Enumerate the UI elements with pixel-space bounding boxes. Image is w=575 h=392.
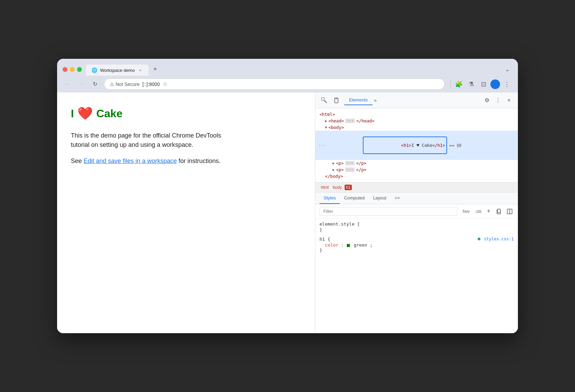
minimize-traffic-light[interactable] — [70, 67, 75, 72]
dom-dots-head[interactable]: ··· — [345, 119, 355, 123]
dom-ellipsis: ··· — [315, 143, 326, 148]
dom-line-html[interactable]: <html> — [315, 111, 518, 118]
workspace-link[interactable]: Edit and save files in a workspace — [84, 157, 177, 164]
tab-more-styles[interactable]: >> — [390, 193, 404, 204]
menu-button[interactable]: ⋮ — [501, 79, 512, 90]
devtools-panel: Elements » ⚙ ⋮ × <html> ▶ <head> — [315, 92, 518, 333]
tab-close-button[interactable]: × — [138, 67, 143, 73]
breadcrumb-body[interactable]: body — [332, 185, 343, 190]
styles-filter-toolbar: :hov .cls + — [315, 204, 518, 219]
dom-dots-p1[interactable]: ··· — [345, 161, 355, 165]
profile-avatar[interactable]: 👤 — [490, 79, 500, 89]
css-h1-close-brace: } — [319, 248, 514, 253]
dom-arrow-p1[interactable]: ▶ — [333, 161, 335, 165]
dom-line-body-close[interactable]: </body> — [315, 173, 518, 179]
breadcrumb-h1[interactable]: h1 — [345, 185, 352, 190]
svg-rect-2 — [335, 98, 338, 103]
h1-selector-text: h1 { — [319, 237, 330, 242]
dom-tag-p1: <p> — [336, 161, 344, 166]
profile-icon: 👤 — [492, 81, 499, 87]
styles-tabs: Styles Computed Layout >> — [315, 193, 518, 204]
back-button[interactable]: ← — [63, 79, 72, 89]
dom-tag-h1-open: <h1> — [401, 143, 411, 148]
nav-right-icons: 🧩 ⚗ ⊡ 👤 ⋮ — [449, 79, 512, 90]
title-bar: 🌐 Workspace demo × + ⌄ — [57, 59, 518, 76]
split-button[interactable]: ⊡ — [478, 79, 489, 90]
url-text: [::]:8000 — [142, 81, 160, 87]
breadcrumb-html[interactable]: html — [319, 185, 330, 190]
browser-window: 🌐 Workspace demo × + ⌄ ← → ↻ ⚠ Not Secur… — [57, 59, 518, 333]
more-tabs-button[interactable]: » — [372, 96, 378, 105]
dom-line-p1[interactable]: ▶ <p> ··· </p> — [315, 160, 518, 166]
breadcrumb-bar: html body h1 — [315, 183, 518, 193]
svg-rect-5 — [498, 209, 500, 213]
dom-dots-p2[interactable]: ··· — [345, 167, 355, 172]
cls-button[interactable]: .cls — [474, 208, 482, 215]
new-tab-button[interactable]: + — [150, 63, 161, 76]
tab-elements[interactable]: Elements — [344, 95, 372, 105]
address-bar[interactable]: ⚠ Not Secure [::]:8000 ☆ — [104, 78, 445, 90]
heart-emoji: ❤️ — [77, 106, 93, 121]
fullscreen-traffic-light[interactable] — [77, 67, 82, 72]
main-content: I ❤️ Cake This is the demo page for the … — [57, 92, 518, 333]
bookmark-icon[interactable]: ☆ — [163, 81, 167, 87]
dom-line-head[interactable]: ▶ <head> ··· </head> — [315, 118, 518, 124]
warning-icon: ⚠ — [110, 81, 114, 87]
dom-h1-text: I ♥ Cake — [411, 143, 432, 148]
devtools-settings-button[interactable]: ⚙ — [482, 96, 492, 105]
styles-filter-input[interactable] — [319, 207, 458, 216]
layout-icon-button[interactable] — [506, 207, 514, 216]
paragraph-2-prefix: See — [71, 157, 84, 164]
close-traffic-light[interactable] — [63, 67, 67, 72]
css-rules: element.style { } h1 { styles.css:1 — [315, 219, 518, 260]
extensions-button[interactable]: 🧩 — [453, 79, 464, 90]
labs-button[interactable]: ⚗ — [466, 79, 477, 90]
devtools-close-button[interactable]: × — [504, 96, 514, 105]
tab-dropdown-button[interactable]: ⌄ — [502, 63, 512, 75]
dom-arrow-body[interactable]: ▼ — [325, 126, 327, 129]
dom-tree: <html> ▶ <head> ··· </head> ▼ <body> ··· — [315, 108, 518, 183]
heading-i: I — [71, 107, 74, 120]
tab-computed[interactable]: Computed — [340, 193, 369, 204]
dom-tag-head: <head> — [328, 118, 344, 123]
separator — [450, 80, 451, 88]
dom-arrow-p2[interactable]: ▶ — [333, 168, 335, 172]
styles-panel: Styles Computed Layout >> :hov .cls + — [315, 193, 518, 333]
device-toolbar-button[interactable] — [332, 96, 341, 105]
dom-h1-content: <h1>I ♥ Cake</h1> — [328, 131, 447, 159]
dom-eq: == — [449, 143, 454, 148]
dom-line-h1[interactable]: ··· <h1>I ♥ Cake</h1> == $0 — [315, 131, 518, 160]
dom-line-p2[interactable]: ▶ <p> ··· </p> — [315, 166, 518, 173]
css-prop-value-green: green — [354, 242, 367, 248]
color-swatch-green[interactable] — [347, 244, 350, 247]
page-content: I ❤️ Cake This is the demo page for the … — [57, 92, 315, 333]
dom-arrow-head[interactable]: ▶ — [325, 119, 327, 123]
devtools-right-buttons: ⚙ ⋮ × — [482, 96, 514, 105]
tab-favicon: 🌐 — [91, 67, 97, 73]
tab-styles[interactable]: Styles — [319, 193, 340, 204]
security-label: Not Secure — [116, 81, 140, 87]
dom-line-body[interactable]: ▼ <body> — [315, 124, 518, 131]
paragraph-2: See Edit and save files in a workspace f… — [71, 156, 236, 166]
copy-styles-button[interactable] — [495, 207, 503, 216]
devtools-more-button[interactable]: ⋮ — [493, 96, 503, 105]
inspect-element-button[interactable] — [319, 96, 329, 105]
dom-tag-body-close: </body> — [325, 174, 343, 179]
css-source-link[interactable]: styles.css:1 — [478, 237, 514, 241]
address-right-icons: ☆ — [163, 81, 167, 87]
active-tab[interactable]: 🌐 Workspace demo × — [86, 65, 149, 76]
refresh-button[interactable]: ↻ — [90, 79, 100, 89]
dom-dollar: $0 — [456, 143, 461, 148]
hov-button[interactable]: :hov — [460, 208, 471, 215]
css-prop-name-color: color — [325, 242, 338, 248]
svg-rect-3 — [336, 98, 337, 99]
forward-button[interactable]: → — [76, 79, 86, 89]
css-property-color: color : green ; — [319, 242, 514, 248]
css-source-text: styles.css:1 — [484, 237, 514, 241]
element-style-text: element.style { — [319, 221, 360, 227]
add-style-button[interactable]: + — [485, 207, 492, 216]
dom-h1-highlighted: <h1>I ♥ Cake</h1> — [363, 137, 447, 154]
css-close-brace: } — [319, 227, 514, 232]
tab-layout[interactable]: Layout — [369, 193, 390, 204]
tabs-area: 🌐 Workspace demo × + — [86, 63, 498, 76]
